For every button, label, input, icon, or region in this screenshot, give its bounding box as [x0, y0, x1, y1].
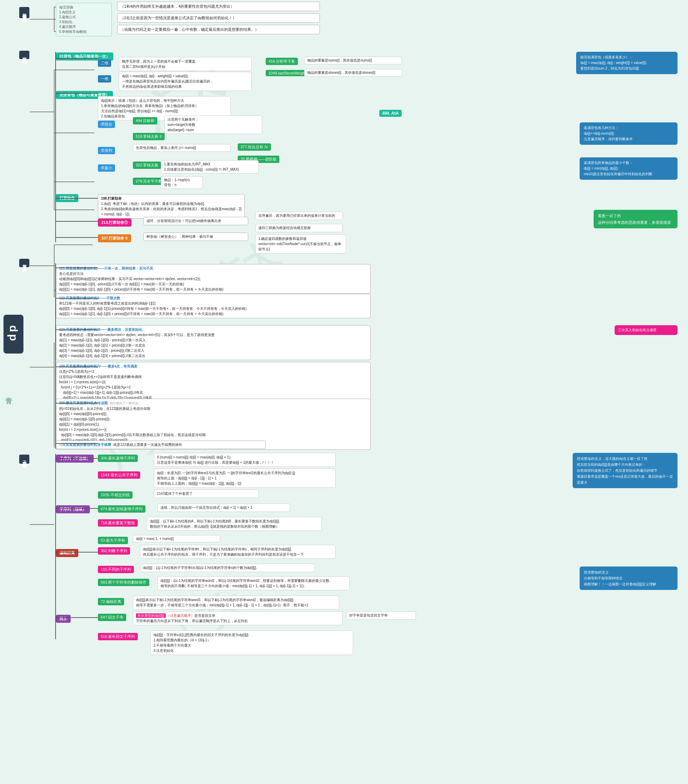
problem-115: 115.不同的子序列 [98, 566, 134, 573]
note-1and4: （1和4的作用始终互补越超越本，4的重要性在背包问题尤为突出） [117, 2, 320, 11]
h-309 [55, 403, 98, 404]
problem-718: 718.最长重复子数组 [98, 519, 138, 527]
problem-1035: 1035.不相交的线 [98, 491, 132, 499]
connector-zisulie-v [55, 454, 56, 639]
h-121 [55, 267, 98, 268]
label-qiuzu: 求组合 [98, 121, 115, 128]
note-198: 198.打家劫舍 1.dp[i]: 考虑下标i（包括）以内的房屋，最多可以偷窃的… [98, 194, 245, 219]
note-416: 物品的重量是nums[i]，其价值也是nums[i] [304, 57, 402, 64]
h-198 [55, 198, 98, 199]
h-647 [55, 617, 98, 618]
problem-494: 494.目标和 [133, 117, 157, 125]
label-erwei: 二维 [98, 59, 111, 67]
note-right-dp-meaning: 想清楚dp的含义，这大题的dp含义都一目了然 然后想当前的dp[i][j]是由哪… [573, 453, 678, 488]
note-qiupai: 先背包后物品，要加上条件 j>= nums[i] [133, 144, 231, 152]
problem-1143: 1143.最长公共子序列 [98, 471, 140, 479]
note-rob2: 递归三部曲为框架结合动规五部曲 [255, 224, 342, 232]
note-1143: dp[i]：长度为[0, 一]的字符串text1与长度为[0, 一]的字符串te… [154, 469, 336, 488]
note-516: dp[i][j]：字符串s在[i,j]范围内最长的回文子序列的长度为dp[i][… [150, 631, 353, 655]
h-674 [55, 508, 98, 509]
connector-gupiao-v [55, 263, 56, 449]
note-583: dp[i][j]：以i-1为结尾的字符串word1，和以j-1结尾的字符串wor… [157, 576, 350, 590]
main-canvas: 广大 广大 广大 广大 dp 青 基础篇引出方法论 dp五部曲 1.dp[i]含… [0, 0, 688, 784]
problem-300: 300.最长递增子序列 [98, 455, 138, 462]
section-gupiao: 股票问题 [19, 259, 30, 267]
h-300 [55, 458, 98, 459]
note-rob3: 1.确定递归函数的参数和返回值vector<int> rob(TreeNode*… [255, 234, 346, 254]
note-simulate: （动规与代码之前一定要模拟一遍，心中有数，确定最后推出的是想要的结果。） [117, 25, 320, 34]
side-label-dp: dp [3, 315, 23, 354]
note-1049: 物品的重量是stones[i]，其价值也是stones[i] [304, 69, 402, 77]
note-1035: 1143遮掉了个外套罢了 [154, 489, 259, 498]
section-beibao: 背包问题 [19, 51, 30, 59]
section-zisulie: 子序列问题 [19, 455, 30, 464]
note-erwei: 顺序无所谓，因为上一层的值不会被下一层覆盖且第二层for循环是从j小开始 [119, 57, 252, 71]
dp-label: dp [7, 325, 20, 343]
note-2before3: （2在3之前是因为一些情况是递推公式决定了dp数组如何初始化！） [117, 13, 320, 23]
h-122 [55, 298, 98, 299]
note-279: 物品：1->sqrt(n)背包：n [161, 176, 203, 189]
label-qiumin: 求最小 [98, 164, 115, 172]
connector-rob-v [55, 193, 56, 242]
problem-392: 392.判断子序列 [98, 547, 130, 555]
problem-516: 516.最长回文子序列 [98, 633, 138, 640]
note-yiwei: dp[i] = max(dp[i], dp[i - weight[i]] + v… [119, 72, 252, 91]
note-121-full: 121.买卖股票的最佳时机——只有一次，两种结果：买与不买 贪心也是好方法 动规… [56, 264, 370, 294]
note-300: if (nums[i] > nums[j]) dp[i] = max(dp[i]… [154, 453, 336, 467]
section-jichulun: 基础篇引出方法论 [19, 7, 30, 18]
connector-beibao-v [55, 52, 56, 199]
note-337: 树形dp（树形贪心），两种结果：偷与不偷 [143, 232, 248, 241]
problem-279: 279.完全平方数 [133, 178, 165, 185]
h-01beibao [55, 58, 98, 59]
label-lianxu: 子序列（连续） [56, 505, 90, 513]
problem-416: 416.分割等子集 [266, 58, 298, 65]
note-rob: 后序遍历，因为要用已经算出来的值来计算当前的 [255, 212, 342, 220]
note-494: 注意两个无解条件：sum+target为奇数abs(target) >sum [164, 115, 262, 134]
problem-674: 674.最长连续递增子序列 [98, 505, 145, 513]
note-115: dp[i][j]：以j-1为结尾的子字符串t出现以i-1为结尾的字符串s的个数为… [140, 564, 314, 572]
note-72: dp[i][j]表示以下标i-1为结尾的字符串word1，和以下标j-1为结尾的… [133, 596, 339, 609]
note-647: 布尔类型的dp[i][j] （注意遍历顺序）是否是回文串 字符串的遍历方向是从下… [133, 611, 342, 625]
label-qiupai: 求排列 [98, 147, 115, 154]
h-392 [55, 552, 98, 552]
problem-518: 518.零钱兑换 II [133, 133, 165, 140]
note-322: 1.要先将dp初始化为INT_MAX2.后续要注意初始化(dp[j] - coi… [161, 160, 259, 173]
note-674: 连续，所以只能由前一个状态导出排式：dp[i + 1] = dp[i] + 1 [157, 504, 290, 512]
label-huiwen: 回文 [56, 615, 71, 623]
note-392: dp[i][j]表示以下标i-1为结尾的字符串t，和以下标j-1为结尾的字符串s… [140, 545, 336, 559]
note-714-full: 714.买卖股票的最佳时机含手续费 就是122基础上需要多一次减去手续费的操作 [56, 441, 266, 449]
h-213 [55, 221, 98, 222]
dp-wubuqu-list: dp五部曲 1.dp[i]含义 2.递推公式 3.初始化 4.遍历顺序 5.举例… [56, 3, 112, 36]
h-714 [55, 443, 98, 444]
note-122-full: 122.买卖股票的最佳时机II——不限次数 和121唯一不同是买入的时候需要考虑… [56, 294, 370, 318]
note-right-bianji: 想清楚dp的含义 分相等和不相等两种情况 画图理解！！一边画图一边对着dp[i]… [579, 567, 678, 590]
note-647-right: 好字串是是包含回文字串 [346, 611, 416, 620]
note-right-rob: 看图一目了然 这种分结果考虑的思路很重要，多摸摸摸摸 [594, 210, 678, 228]
label-bianji: 编辑距离 [56, 549, 78, 557]
problem-647: 647.回文子串 [98, 614, 126, 621]
highlight-494-ata: 494. AtA [379, 110, 402, 117]
note-718: dp[i][j]：以下标i-1为结尾的A，和以下标j-1为结尾的B，最长重复子数… [147, 517, 322, 531]
h-337 [55, 237, 98, 238]
problem-583: 583.两个字符串的删除操作 [98, 579, 149, 586]
problem-213: 213.打家劫舍① [98, 219, 132, 227]
problem-337: 337.打家劫舍 II [98, 234, 131, 242]
note-123-full: 123.买卖股票的最佳时机III——最多两次，注意初始化 要考虑四种状态（需要v… [56, 325, 370, 360]
problem-53: 53.最大子序和 [98, 537, 128, 544]
problem-72: 72.编辑距离 [98, 598, 124, 605]
note-right-bag-full: 能否装满背包（或最多装多少）： dp[j] = max(dp[j], dp[j … [576, 52, 678, 74]
note-right-bag-min: 装满背包所有物品的最小个数： dp[j] = min(dp[j], dp[i])… [579, 157, 678, 180]
h-188 [55, 366, 98, 367]
note-right-bag-methods: 装满背包有几种方法： dp[j]+=dp[j-nums[i]]; 注意遍历顺序，… [579, 122, 678, 145]
h-123 [55, 329, 98, 330]
note-213: 成环，分首尾情况讨论！可以把rob操作抽离出来 [143, 217, 248, 225]
label-yiwei: 一维 [98, 75, 111, 82]
note-three-buy: 三次买入初始化有点感受 [615, 325, 678, 335]
note-53: dp[i] = max(-1, + nums[i] [133, 535, 220, 542]
problem-377: 377.组合总和 IV [238, 143, 271, 151]
h-wanquan [55, 93, 98, 94]
problem-322: 322.零钱兑换 [133, 161, 161, 169]
